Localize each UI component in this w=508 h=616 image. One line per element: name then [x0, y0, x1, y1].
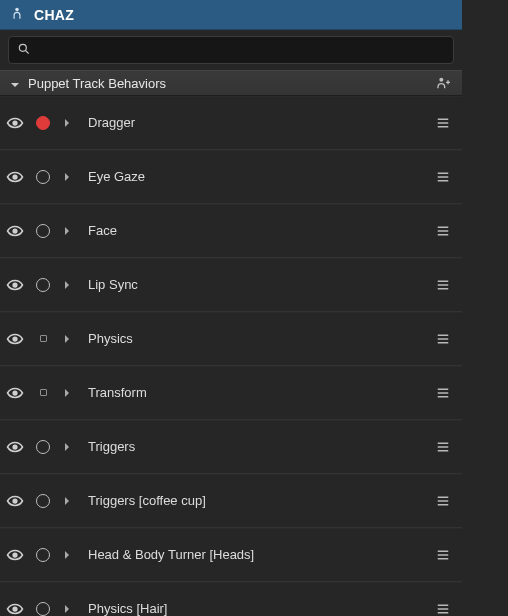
- svg-point-28: [13, 445, 17, 449]
- hamburger-menu-icon[interactable]: [434, 438, 452, 456]
- visibility-eye-icon[interactable]: [6, 600, 24, 617]
- svg-point-32: [13, 499, 17, 503]
- visibility-eye-icon[interactable]: [6, 546, 24, 564]
- visibility-eye-icon[interactable]: [6, 222, 24, 240]
- chevron-right-icon[interactable]: [62, 172, 72, 182]
- behavior-row[interactable]: Lip Sync: [0, 258, 462, 312]
- visibility-eye-icon[interactable]: [6, 114, 24, 132]
- chevron-right-icon[interactable]: [62, 280, 72, 290]
- hamburger-menu-icon[interactable]: [434, 114, 452, 132]
- page-title: CHAZ: [34, 7, 74, 23]
- behavior-row[interactable]: Triggers: [0, 420, 462, 474]
- svg-line-2: [26, 50, 29, 53]
- svg-point-16: [13, 283, 17, 287]
- svg-point-24: [13, 391, 17, 395]
- hamburger-menu-icon[interactable]: [434, 600, 452, 617]
- add-behavior-icon[interactable]: [436, 75, 452, 91]
- behavior-row[interactable]: Face: [0, 204, 462, 258]
- search-input[interactable]: [39, 43, 445, 58]
- behavior-name: Physics: [84, 331, 422, 346]
- behaviors-list: DraggerEye GazeFaceLip SyncPhysicsTransf…: [0, 96, 462, 616]
- behavior-row[interactable]: Physics [Hair]: [0, 582, 462, 616]
- hamburger-menu-icon[interactable]: [434, 168, 452, 186]
- record-arm-indicator[interactable]: [36, 440, 50, 454]
- svg-point-40: [13, 607, 17, 611]
- visibility-eye-icon[interactable]: [6, 168, 24, 186]
- svg-point-3: [439, 78, 443, 82]
- svg-point-8: [13, 175, 17, 179]
- puppet-icon: [10, 6, 24, 23]
- search-box[interactable]: [8, 36, 454, 64]
- record-arm-indicator[interactable]: [36, 278, 50, 292]
- hamburger-menu-icon[interactable]: [434, 546, 452, 564]
- svg-point-36: [13, 553, 17, 557]
- right-gutter: [462, 0, 508, 616]
- svg-point-0: [15, 8, 19, 12]
- record-arm-indicator[interactable]: [36, 116, 50, 130]
- behavior-row[interactable]: Dragger: [0, 96, 462, 150]
- visibility-eye-icon[interactable]: [6, 492, 24, 510]
- behavior-row[interactable]: Triggers [coffee cup]: [0, 474, 462, 528]
- chevron-right-icon[interactable]: [62, 334, 72, 344]
- chevron-right-icon[interactable]: [62, 604, 72, 614]
- record-arm-indicator[interactable]: [36, 602, 50, 616]
- chevron-right-icon[interactable]: [62, 550, 72, 560]
- svg-point-20: [13, 337, 17, 341]
- chevron-right-icon[interactable]: [62, 496, 72, 506]
- record-arm-indicator[interactable]: [36, 386, 50, 400]
- behavior-name: Lip Sync: [84, 277, 422, 292]
- behavior-name: Transform: [84, 385, 422, 400]
- svg-point-1: [19, 44, 26, 51]
- search-row: [0, 30, 462, 70]
- behavior-name: Face: [84, 223, 422, 238]
- visibility-eye-icon[interactable]: [6, 276, 24, 294]
- svg-point-12: [13, 229, 17, 233]
- chevron-right-icon[interactable]: [62, 442, 72, 452]
- behavior-name: Triggers: [84, 439, 422, 454]
- visibility-eye-icon[interactable]: [6, 438, 24, 456]
- behavior-row[interactable]: Head & Body Turner [Heads]: [0, 528, 462, 582]
- record-arm-indicator[interactable]: [36, 494, 50, 508]
- visibility-eye-icon[interactable]: [6, 384, 24, 402]
- record-arm-indicator[interactable]: [36, 224, 50, 238]
- search-icon: [17, 42, 31, 59]
- behavior-name: Dragger: [84, 115, 422, 130]
- behavior-name: Head & Body Turner [Heads]: [84, 547, 422, 562]
- section-header[interactable]: Puppet Track Behaviors: [0, 70, 462, 96]
- hamburger-menu-icon[interactable]: [434, 384, 452, 402]
- hamburger-menu-icon[interactable]: [434, 330, 452, 348]
- svg-point-4: [13, 121, 17, 125]
- record-arm-indicator[interactable]: [36, 170, 50, 184]
- record-arm-indicator[interactable]: [36, 548, 50, 562]
- titlebar: CHAZ: [0, 0, 462, 30]
- behavior-name: Eye Gaze: [84, 169, 422, 184]
- record-arm-indicator[interactable]: [36, 332, 50, 346]
- hamburger-menu-icon[interactable]: [434, 276, 452, 294]
- behavior-row[interactable]: Physics: [0, 312, 462, 366]
- behavior-row[interactable]: Transform: [0, 366, 462, 420]
- chevron-right-icon[interactable]: [62, 118, 72, 128]
- visibility-eye-icon[interactable]: [6, 330, 24, 348]
- section-label: Puppet Track Behaviors: [28, 76, 428, 91]
- hamburger-menu-icon[interactable]: [434, 492, 452, 510]
- chevron-right-icon[interactable]: [62, 226, 72, 236]
- behavior-name: Triggers [coffee cup]: [84, 493, 422, 508]
- chevron-right-icon[interactable]: [62, 388, 72, 398]
- chevron-down-icon: [10, 78, 20, 88]
- behavior-row[interactable]: Eye Gaze: [0, 150, 462, 204]
- hamburger-menu-icon[interactable]: [434, 222, 452, 240]
- behavior-name: Physics [Hair]: [84, 601, 422, 616]
